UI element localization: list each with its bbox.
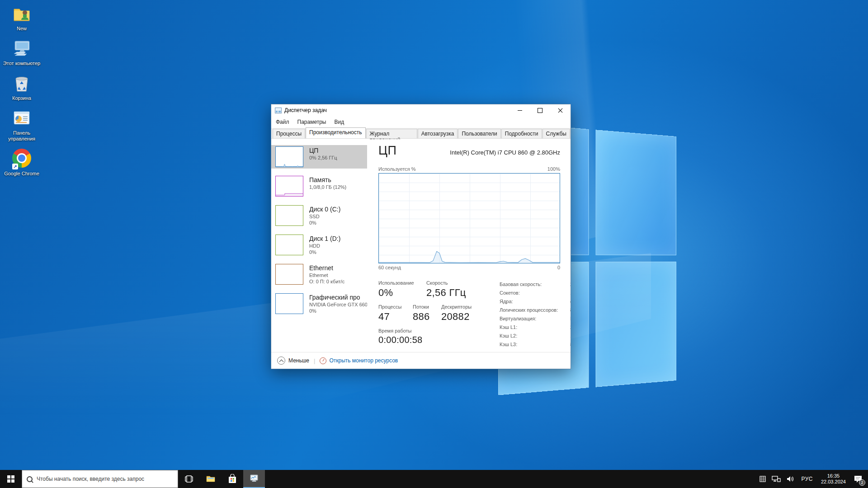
resource-monitor-icon bbox=[320, 357, 326, 364]
desktop-icon-recycle-bin[interactable]: Корзина bbox=[3, 73, 41, 101]
sidebar-item-disk1[interactable]: Диск 1 (D:) HDD 0% bbox=[271, 233, 367, 257]
disk1-thumbnail-graph bbox=[275, 235, 303, 255]
desktop-icon-new-folder[interactable]: New bbox=[3, 4, 41, 32]
language-indicator[interactable]: РУС bbox=[797, 470, 817, 488]
detail-value: В... bbox=[570, 314, 571, 323]
shortcut-arrow-icon: ↗ bbox=[12, 164, 18, 169]
tab-details[interactable]: Подробности bbox=[501, 129, 542, 138]
tray-grid-button[interactable] bbox=[756, 470, 769, 488]
microsoft-store-button[interactable] bbox=[222, 470, 243, 488]
desktop-icon-control-panel[interactable]: Панель управления bbox=[3, 108, 41, 142]
action-center-button[interactable]: 2 bbox=[850, 470, 868, 488]
windows-start-icon bbox=[7, 475, 14, 483]
fewer-details-button[interactable]: Меньше bbox=[288, 357, 309, 364]
tab-processes[interactable]: Процессы bbox=[273, 129, 305, 138]
file-explorer-button[interactable] bbox=[200, 470, 222, 488]
open-resource-monitor-link[interactable]: Открыть монитор ресурсов bbox=[329, 357, 398, 364]
sidebar-memory-subtitle: 1,0/8,0 ГБ (12%) bbox=[309, 184, 346, 190]
user-folder-icon bbox=[11, 4, 32, 24]
sidebar-item-disk0[interactable]: Диск 0 (C:) SSD 0% bbox=[271, 204, 367, 227]
window-controls bbox=[509, 104, 571, 116]
collapse-chevron-icon[interactable] bbox=[277, 357, 285, 365]
graph-timespan-label: 60 секунд bbox=[378, 265, 401, 270]
control-panel-icon bbox=[11, 108, 32, 129]
tab-services[interactable]: Службы bbox=[542, 129, 570, 138]
clock-date: 22.03.2024 bbox=[821, 479, 846, 485]
task-view-icon bbox=[184, 474, 193, 483]
processes-label: Процессы bbox=[378, 304, 413, 310]
desktop-icon-this-pc[interactable]: Этот компьютер bbox=[3, 38, 41, 66]
cpu-panel: ЦП Intel(R) Core(TM) i7 CPU 860 @ 2.80GH… bbox=[378, 139, 560, 352]
clock[interactable]: 16:35 22.03.2024 bbox=[817, 470, 850, 488]
cpu-heading: ЦП bbox=[378, 144, 396, 158]
desktop-icon-label: Google Chrome bbox=[3, 171, 41, 177]
menu-options[interactable]: Параметры bbox=[293, 117, 330, 127]
graph-max-label: 100% bbox=[547, 166, 560, 172]
microsoft-store-icon bbox=[228, 474, 237, 484]
start-button[interactable] bbox=[0, 470, 22, 488]
footer-divider: | bbox=[314, 357, 315, 364]
task-manager-icon bbox=[249, 474, 259, 483]
detail-label: Виртуализация: bbox=[500, 314, 536, 323]
task-view-button[interactable] bbox=[178, 470, 200, 488]
volume-icon bbox=[786, 475, 794, 483]
tab-performance[interactable]: Производительность bbox=[306, 127, 365, 138]
graph-zero-label: 0 bbox=[557, 265, 560, 270]
tab-app-history[interactable]: Журнал приложений bbox=[366, 129, 417, 138]
network-tray-button[interactable] bbox=[769, 470, 783, 488]
minimize-button[interactable] bbox=[509, 104, 530, 116]
tray-grid-icon bbox=[759, 475, 766, 483]
detail-value: 8 bbox=[570, 306, 571, 314]
desktop-icon-label: Этот компьютер bbox=[3, 61, 41, 66]
chrome-icon: ↗ bbox=[11, 149, 32, 169]
search-icon bbox=[27, 476, 33, 482]
menu-file[interactable]: Файл bbox=[272, 117, 293, 127]
sidebar-cpu-title: ЦП bbox=[309, 147, 337, 155]
handles-value: 20882 bbox=[441, 311, 472, 323]
uptime-label: Время работы bbox=[378, 328, 423, 333]
cpu-thumbnail-graph bbox=[275, 146, 303, 167]
close-button[interactable] bbox=[550, 104, 571, 116]
sidebar-item-ethernet[interactable]: Ethernet Ethernet О: 0 П: 0 кбит/с bbox=[271, 263, 367, 286]
window-title: Диспетчер задач bbox=[284, 107, 327, 113]
search-input[interactable] bbox=[37, 476, 173, 482]
window-titlebar[interactable]: Диспетчер задач bbox=[271, 104, 571, 116]
tab-users[interactable]: Пользователи bbox=[458, 129, 500, 138]
performance-sidebar: ЦП 0% 2,56 ГГц Память 1,0/8,0 ГБ (12%) bbox=[271, 139, 367, 352]
cpu-model-name: Intel(R) Core(TM) i7 CPU 860 @ 2.80GHz bbox=[450, 149, 560, 156]
sidebar-disk0-title: Диск 0 (C:) bbox=[309, 206, 340, 213]
desktop: New Этот компьютер Корзина Панель управл… bbox=[0, 0, 868, 488]
detail-label: Кэш L3: bbox=[500, 340, 517, 349]
performance-content: ЦП 0% 2,56 ГГц Память 1,0/8,0 ГБ (12%) bbox=[271, 139, 571, 352]
sidebar-memory-title: Память bbox=[309, 176, 346, 184]
usage-label: Использование bbox=[378, 280, 426, 286]
sidebar-item-memory[interactable]: Память 1,0/8,0 ГБ (12%) bbox=[271, 174, 367, 198]
desktop-icon-google-chrome[interactable]: ↗ Google Chrome bbox=[3, 149, 41, 177]
detail-value: 1 bbox=[570, 289, 571, 297]
sidebar-item-gpu[interactable]: Графический про NVIDIA GeForce GTX 660 0… bbox=[271, 292, 367, 315]
cpu-details: Базовая скорость:2... Сокетов:1 Ядра:4 Л… bbox=[500, 275, 571, 349]
desktop-icons: New Этот компьютер Корзина Панель управл… bbox=[3, 4, 41, 183]
tab-strip: Процессы Производительность Журнал прило… bbox=[271, 128, 571, 139]
disk0-thumbnail-graph bbox=[275, 205, 303, 226]
cpu-usage-graph bbox=[378, 173, 560, 263]
sidebar-gpu-name: NVIDIA GeForce GTX 660 bbox=[309, 301, 367, 308]
detail-label: Сокетов: bbox=[500, 289, 520, 297]
menu-view[interactable]: Вид bbox=[330, 117, 348, 127]
sidebar-disk1-title: Диск 1 (D:) bbox=[309, 235, 340, 243]
computer-icon bbox=[11, 38, 32, 59]
handles-label: Дескрипторы bbox=[441, 304, 472, 310]
sidebar-cpu-subtitle: 0% 2,56 ГГц bbox=[309, 155, 337, 161]
sidebar-item-cpu[interactable]: ЦП 0% 2,56 ГГц bbox=[271, 145, 367, 169]
volume-tray-button[interactable] bbox=[783, 470, 797, 488]
window-footer: Меньше | Открыть монитор ресурсов bbox=[271, 352, 571, 369]
graph-metric-label: Используется % bbox=[378, 166, 416, 172]
file-explorer-icon bbox=[206, 474, 216, 484]
taskbar-search[interactable] bbox=[22, 470, 178, 488]
maximize-button[interactable] bbox=[530, 104, 550, 116]
desktop-icon-label: Панель управления bbox=[3, 130, 41, 142]
notification-badge: 2 bbox=[859, 479, 865, 486]
task-manager-taskbar-button[interactable] bbox=[243, 470, 265, 488]
tab-startup[interactable]: Автозагрузка bbox=[418, 129, 458, 138]
speed-label: Скорость bbox=[426, 280, 494, 286]
